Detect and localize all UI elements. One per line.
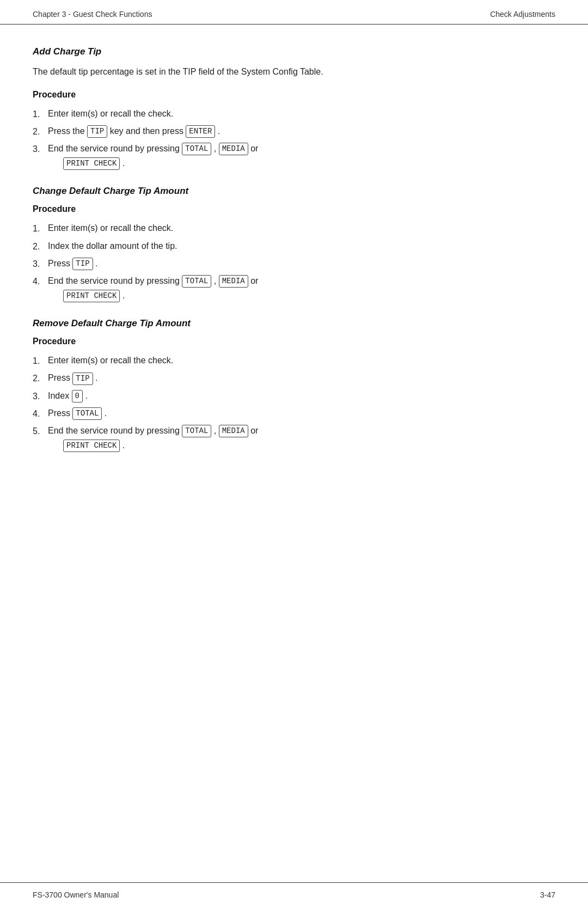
list-item: 5. End the service round by pressing TOT… <box>33 423 555 453</box>
list-item: 2. Index the dollar amount of the tip. <box>33 239 555 254</box>
key-print-check-3: PRINT CHECK <box>63 440 120 452</box>
section-add-charge-tip: Add Charge Tip The default tip percentag… <box>33 46 555 170</box>
procedure-list-2: 1. Enter item(s) or recall the check. 2.… <box>33 221 555 303</box>
key-total-2: TOTAL <box>182 275 211 288</box>
key-tip-3: TIP <box>72 373 93 385</box>
page-footer: FS-3700 Owner's Manual 3-47 <box>0 882 588 909</box>
page-header: Chapter 3 - Guest Check Functions Check … <box>0 0 588 25</box>
section-intro-add-charge-tip: The default tip percentage is set in the… <box>33 65 555 79</box>
header-section: Check Adjustments <box>490 10 555 19</box>
section-change-default-charge-tip: Change Default Charge Tip Amount Procedu… <box>33 186 555 303</box>
key-tip: TIP <box>87 125 107 138</box>
key-tip-2: TIP <box>72 258 93 270</box>
key-enter: ENTER <box>186 125 215 138</box>
list-item: 4. End the service round by pressing TOT… <box>33 273 555 303</box>
footer-manual-title: FS-3700 Owner's Manual <box>33 890 119 899</box>
key-total-3: TOTAL <box>72 407 102 420</box>
procedure-list-3: 1. Enter item(s) or recall the check. 2.… <box>33 353 555 453</box>
key-media-3: MEDIA <box>219 425 248 437</box>
key-print-check-2: PRINT CHECK <box>63 290 120 302</box>
list-item: 3. End the service round by pressing TOT… <box>33 141 555 170</box>
header-chapter: Chapter 3 - Guest Check Functions <box>33 10 152 19</box>
page-content: Add Charge Tip The default tip percentag… <box>0 25 588 501</box>
key-media: MEDIA <box>219 143 248 155</box>
procedure-heading-1: Procedure <box>33 90 555 100</box>
procedure-heading-3: Procedure <box>33 337 555 346</box>
list-item: 1. Enter item(s) or recall the check. <box>33 353 555 368</box>
footer-page-number: 3-47 <box>540 890 555 899</box>
list-item: 2. Press TIP . <box>33 370 555 386</box>
key-zero: 0 <box>72 390 83 402</box>
list-item: 3. Press TIP . <box>33 256 555 271</box>
list-item: 4. Press TOTAL . <box>33 406 555 421</box>
key-print-check: PRINT CHECK <box>63 157 120 170</box>
section-remove-default-charge-tip: Remove Default Charge Tip Amount Procedu… <box>33 318 555 453</box>
procedure-heading-2: Procedure <box>33 204 555 214</box>
key-media-2: MEDIA <box>219 275 248 288</box>
procedure-list-1: 1. Enter item(s) or recall the check. 2.… <box>33 106 555 171</box>
list-item: 2. Press the TIP key and then press ENTE… <box>33 124 555 139</box>
key-total-4: TOTAL <box>182 425 211 437</box>
section-title-change-default: Change Default Charge Tip Amount <box>33 186 555 197</box>
page: Chapter 3 - Guest Check Functions Check … <box>0 0 588 909</box>
key-total: TOTAL <box>182 143 211 155</box>
section-title-remove-default: Remove Default Charge Tip Amount <box>33 318 555 329</box>
list-item: 1. Enter item(s) or recall the check. <box>33 221 555 236</box>
list-item: 1. Enter item(s) or recall the check. <box>33 106 555 121</box>
section-title-add-charge-tip: Add Charge Tip <box>33 46 555 57</box>
list-item: 3. Index 0 . <box>33 388 555 404</box>
